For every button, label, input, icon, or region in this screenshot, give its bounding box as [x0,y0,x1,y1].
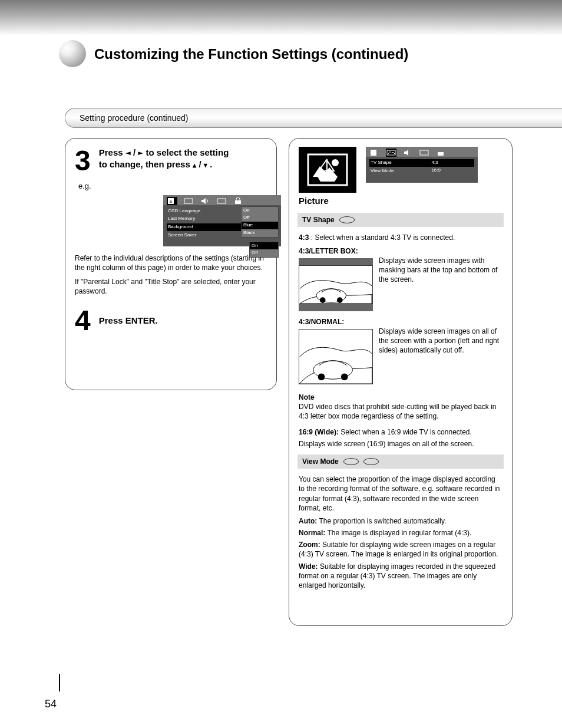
letterbox-label: 4:3/LETTER BOX: [299,247,358,255]
step-3-panel: 3 Press ◄ / ► to select the setting to c… [65,138,277,390]
normal-text: Displays wide screen images on all of th… [379,327,503,355]
osd-screenshot-right: TV Shape View Mode 4:3 16:9 [366,147,478,183]
step-3-heading: Press ◄ / ► to select the setting [99,147,267,159]
osd-tab-language-icon [369,149,380,157]
pill-icon [343,458,359,465]
svg-rect-2 [184,199,193,203]
tv-shape-43-desc: Select when a standard 4:3 TV is connect… [315,233,455,242]
step-4-number: 4 [75,307,91,335]
step3-detail-2: If "Parental Lock" and "Title Stop" are … [75,277,267,296]
section-bar-text: Setting procedure (continued) [80,113,188,123]
svg-point-12 [320,297,326,303]
osd-option: Off [242,214,278,222]
step3-detail-1: Refer to the individual descriptions of … [75,253,267,272]
vm-normal-label: Normal: [299,529,325,537]
decorative-sphere [59,40,86,67]
osd-option: Off [250,249,278,257]
view-mode-heading: View Mode [302,457,339,466]
step-3-number: 3 [75,147,91,175]
normal-label: 4:3/NORMAL: [299,318,344,326]
svg-rect-9 [420,150,428,155]
tv-shape-heading: TV Shape [302,215,335,225]
svg-text:a: a [170,199,172,203]
osd-tab-picture-icon [183,197,194,205]
vm-wide-text: Suitable for displaying images recorded … [299,562,495,589]
view-mode-intro: You can select the proportion of the ima… [299,475,503,513]
vm-normal-text: The image is displayed in regular format… [327,529,471,537]
picture-heading: Picture [299,195,356,207]
svg-rect-4 [235,200,241,204]
osd-tab-parental-icon [435,149,446,157]
letterbox-illustration [299,258,373,311]
svg-point-16 [341,373,348,380]
svg-rect-7 [371,150,376,156]
osd-tab-display-icon [216,197,227,205]
svg-point-6 [332,159,339,166]
page-title: Customizing the Function Settings (conti… [94,46,408,62]
svg-point-15 [318,373,325,380]
svg-rect-3 [217,199,226,203]
pill-icon [339,216,355,223]
header-gradient [0,0,562,35]
pill-icon [363,458,379,465]
osd-item: View Mode [369,167,474,175]
note-heading: Note [299,393,315,401]
wide-sub: Displays wide screen (16:9) images on al… [299,439,503,449]
tv-shape-43-label: 4:3 [299,233,309,242]
step-4-text: Press ENTER. [99,315,158,327]
eg-label: e.g. [78,182,91,190]
osd-tab-parental-icon [233,197,243,205]
osd-option: On [242,207,278,215]
picture-category-icon [299,147,356,193]
settings-panel: Picture TV Shape View Mode 4:3 16:9 TV [289,138,513,626]
footer-rule [59,674,60,691]
osd-tab-picture-icon [386,149,396,157]
osd-item-selected: TV Shape [369,159,474,167]
vm-zoom-text: Suitable for displaying wide screen imag… [299,541,498,558]
svg-rect-10 [438,152,444,156]
page-number: 54 [45,698,57,710]
vm-wide-label: Wide: [299,562,318,571]
osd-screenshot-left: a OSD Language Last Memory Background Sc… [163,195,281,246]
normal-illustration [299,329,373,384]
osd-option: On [250,242,278,250]
section-bar: Setting procedure (continued) [65,108,562,128]
step-3-heading-line2: to change, then press ▲ / ▼ . [99,159,267,170]
osd-option: 16:9 [429,167,442,174]
osd-tab-language-icon: a [167,197,177,205]
wide-label: 16:9 (Wide): [299,428,339,436]
vm-auto-label: Auto: [299,517,317,525]
note-text: DVD video discs that prohibit side-cutti… [299,402,503,421]
vm-auto-text: The proportion is switched automatically… [319,517,446,525]
view-mode-divider: View Mode [297,454,504,469]
osd-tab-audio-icon [402,149,413,157]
vm-zoom-label: Zoom: [299,541,320,549]
letterbox-text: Displays wide screen images with masking… [379,256,503,285]
osd-option-selected: 4:3 [429,159,442,167]
wide-text: Select when a 16:9 wide TV is connected. [340,428,472,436]
osd-tab-display-icon [419,149,429,157]
osd-option-selected: Blue [242,222,278,229]
tv-shape-divider: TV Shape [297,213,504,227]
svg-point-13 [337,297,343,303]
osd-tab-audio-icon [200,197,210,205]
osd-option: Black [242,229,278,237]
